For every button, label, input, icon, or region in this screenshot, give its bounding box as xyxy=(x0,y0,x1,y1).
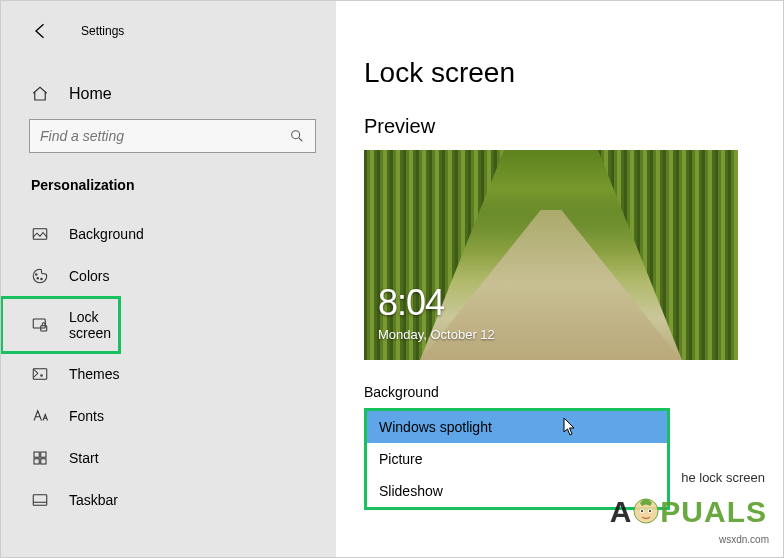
truncated-text: he lock screen xyxy=(681,470,765,485)
back-button[interactable] xyxy=(29,19,53,43)
category-label: Personalization xyxy=(1,157,336,207)
fonts-icon xyxy=(31,407,49,425)
start-icon xyxy=(31,449,49,467)
sidebar-item-label: Start xyxy=(69,450,99,466)
home-icon xyxy=(31,85,49,103)
svg-rect-11 xyxy=(34,459,39,464)
palette-icon xyxy=(31,267,49,285)
sidebar-item-label: Themes xyxy=(69,366,120,382)
sidebar-item-label: Background xyxy=(69,226,144,242)
main-content: Lock screen Preview 8:04 Monday, October… xyxy=(336,1,783,557)
sidebar-item-themes[interactable]: Themes xyxy=(1,353,336,395)
sidebar-item-fonts[interactable]: Fonts xyxy=(1,395,336,437)
preview-time: 8:04 xyxy=(378,282,444,324)
taskbar-icon xyxy=(31,491,49,509)
search-input-container[interactable] xyxy=(29,119,316,153)
sidebar-item-label: Lock screen xyxy=(69,309,120,341)
svg-point-3 xyxy=(37,278,39,280)
preview-date: Monday, October 12 xyxy=(378,327,495,342)
dropdown-option-label: Windows spotlight xyxy=(379,419,492,435)
sidebar-item-lock-screen[interactable]: Lock screen xyxy=(1,297,120,353)
attribution: wsxdn.com xyxy=(719,534,769,545)
lock-screen-preview: 8:04 Monday, October 12 xyxy=(364,150,738,360)
dropdown-option-label: Slideshow xyxy=(379,483,443,499)
search-input[interactable] xyxy=(40,128,260,144)
dropdown-option-slideshow[interactable]: Slideshow xyxy=(367,475,667,507)
sidebar-item-label: Colors xyxy=(69,268,109,284)
home-nav[interactable]: Home xyxy=(1,75,336,113)
svg-rect-9 xyxy=(34,452,39,457)
sidebar-nav: Background Colors Lock screen Themes Fon… xyxy=(1,213,336,521)
lock-screen-icon xyxy=(31,316,49,334)
svg-point-8 xyxy=(41,375,43,377)
cursor-icon xyxy=(563,417,579,440)
home-label: Home xyxy=(69,85,112,103)
app-title: Settings xyxy=(81,24,124,38)
svg-point-0 xyxy=(292,131,300,139)
sidebar-item-colors[interactable]: Colors xyxy=(1,255,336,297)
svg-rect-5 xyxy=(33,319,45,328)
search-icon xyxy=(289,128,305,144)
sidebar-item-background[interactable]: Background xyxy=(1,213,336,255)
arrow-left-icon xyxy=(31,21,51,41)
dropdown-option-spotlight[interactable]: Windows spotlight xyxy=(367,411,667,443)
sidebar-item-label: Fonts xyxy=(69,408,104,424)
settings-sidebar: Settings Home Personalization Background… xyxy=(1,1,336,557)
svg-point-4 xyxy=(41,278,43,280)
sidebar-item-taskbar[interactable]: Taskbar xyxy=(1,479,336,521)
background-dropdown[interactable]: Windows spotlight Picture Slideshow xyxy=(364,408,670,510)
page-title: Lock screen xyxy=(364,57,783,89)
svg-rect-12 xyxy=(41,459,46,464)
svg-rect-10 xyxy=(41,452,46,457)
sidebar-item-start[interactable]: Start xyxy=(1,437,336,479)
dropdown-option-label: Picture xyxy=(379,451,423,467)
svg-rect-13 xyxy=(33,495,47,506)
svg-point-2 xyxy=(36,274,38,276)
background-field-label: Background xyxy=(364,384,783,400)
image-icon xyxy=(31,225,49,243)
themes-icon xyxy=(31,365,49,383)
preview-heading: Preview xyxy=(364,115,783,138)
sidebar-item-label: Taskbar xyxy=(69,492,118,508)
dropdown-option-picture[interactable]: Picture xyxy=(367,443,667,475)
